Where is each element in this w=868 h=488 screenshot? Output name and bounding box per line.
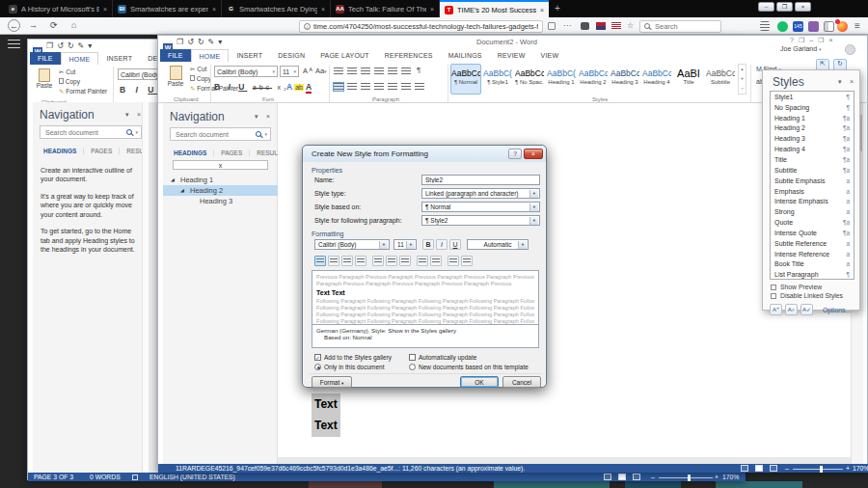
selected-text-block[interactable]: TextText (312, 393, 340, 437)
ribbon-tabs[interactable]: FILEHOMEINSERTDESIGNPAGE LAYOUTREFERENCE… (160, 49, 566, 62)
increase-indent-icon[interactable] (388, 68, 397, 75)
expand-triangle-icon[interactable]: ◢ (180, 185, 184, 196)
decrease-indent-icon[interactable] (448, 256, 459, 266)
gallery-style-heading-4[interactable]: AaBbCcDcHeading 4 (641, 64, 672, 95)
disable-linked-checkbox[interactable] (771, 293, 776, 299)
zoom-slider-thumb[interactable] (820, 466, 823, 473)
ribbon-tab-view[interactable]: VIEW (533, 49, 567, 62)
language-status[interactable]: ENGLISH (UNITED STATES) (149, 474, 235, 480)
font-name-select[interactable]: Calibri (Body)▾ (214, 66, 278, 77)
format-painter-button[interactable]: ✎ Format Painter (59, 88, 107, 95)
style-list-item[interactable]: Emphasisa (771, 186, 854, 197)
bullet-list-icon[interactable] (334, 68, 343, 75)
shading-icon[interactable] (401, 83, 411, 91)
browser-forward-button[interactable]: → (29, 19, 38, 32)
page-action-icon[interactable] (548, 22, 556, 30)
qat-customize-icon[interactable]: ▾ (88, 41, 92, 51)
zoom-slider-track[interactable] (659, 477, 713, 478)
webpage-hamburger-icon[interactable] (8, 40, 20, 48)
style-list-item[interactable]: Intense Emphasisa (771, 196, 854, 206)
site-info-icon[interactable]: i (304, 23, 311, 30)
nav-tab-pages[interactable]: PAGES (84, 148, 120, 154)
styles-list[interactable]: Style1¶No Spacing¶Heading 1¶aHeading 2¶a… (770, 91, 854, 280)
print-layout-button[interactable] (755, 465, 763, 472)
text-effects-buttons[interactable]: A ab A (286, 81, 312, 94)
browser-close-button[interactable]: × (795, 2, 811, 12)
gallery-style-heading-1[interactable]: AaBbC(Heading 1 (546, 64, 577, 95)
numbered-list-icon[interactable] (347, 68, 357, 75)
pocket-icon[interactable] (581, 22, 589, 30)
align-center-icon[interactable] (328, 256, 339, 266)
pilcrow-button[interactable]: ¶ (417, 66, 420, 74)
style-name-input[interactable] (421, 175, 540, 185)
gallery-style-subtitle[interactable]: AaBbCcESubtitle (705, 64, 736, 95)
nav-filter-box[interactable]: x (173, 160, 268, 170)
copy-button[interactable]: Copy (59, 78, 80, 85)
nav-tab-pages[interactable]: PAGES (214, 149, 250, 156)
space-before-icon[interactable] (417, 256, 428, 266)
minimize-icon[interactable]: – (809, 37, 818, 43)
tab-close-icon[interactable]: × (321, 6, 325, 13)
ribbon-tab-insert[interactable]: INSERT (229, 49, 270, 62)
page-count[interactable]: PAGE 3 OF 3 (34, 474, 73, 480)
dialog-help-button[interactable]: ? (508, 149, 522, 159)
read-mode-button[interactable] (604, 474, 611, 480)
align-right-icon[interactable] (361, 83, 370, 91)
format-font-select[interactable]: Calibri (Body)▾ (314, 239, 390, 250)
print-layout-button[interactable] (618, 474, 626, 480)
tab-close-icon[interactable]: × (540, 7, 544, 14)
font-color-select[interactable]: Automatic▾ (467, 239, 529, 250)
web-layout-button[interactable] (633, 474, 640, 480)
read-mode-button[interactable] (741, 465, 748, 472)
flag-extension-icon[interactable] (596, 22, 606, 30)
borders-icon[interactable] (415, 83, 424, 91)
new-documents-radio[interactable] (409, 364, 416, 370)
cut-button[interactable]: ✂ Cut (59, 68, 75, 76)
following-paragraph-select[interactable]: ¶ Style2▾ (421, 215, 540, 226)
ok-button[interactable]: OK (460, 376, 499, 388)
pane-dropdown-icon[interactable]: ▾ (255, 113, 258, 121)
style-list-item[interactable]: Heading 3¶a (771, 133, 854, 144)
ribbon-tab-review[interactable]: REVIEW (490, 49, 533, 62)
quick-access-toolbar[interactable]: W❐↺↻✎▾ (163, 37, 226, 48)
show-preview-checkbox[interactable] (771, 285, 776, 290)
web-layout-button[interactable] (770, 465, 777, 472)
new-tab-button[interactable]: + (555, 3, 560, 14)
zoom-out-button[interactable]: – (651, 474, 655, 480)
zoom-slider-track[interactable] (793, 469, 843, 470)
bookmark-star-icon[interactable]: ☆ (627, 21, 634, 31)
styles-gallery[interactable]: AaBbCcDc¶ NormalAaBbC(¶ Style1AaBbCcDc¶ … (450, 64, 736, 95)
close-icon[interactable]: × (828, 37, 837, 43)
style-list-item[interactable]: No Spacing¶ (771, 102, 854, 113)
search-input[interactable] (653, 21, 711, 32)
decrease-indent-icon[interactable] (374, 68, 384, 75)
ribbon-tab-file[interactable]: FILE (30, 52, 61, 65)
gallery-style--style1[interactable]: AaBbC(¶ Style1 (482, 64, 513, 95)
spacing-15-icon[interactable] (386, 256, 397, 266)
ribbon-tab-references[interactable]: REFERENCES (377, 49, 441, 62)
ribbon-tab-mailings[interactable]: MAILINGS (441, 49, 490, 62)
browser-tab[interactable]: AATech Talk: Failure Of The Appl× (331, 0, 440, 17)
browser-home-button[interactable]: ⌂ (71, 19, 76, 32)
restore-icon[interactable]: ❐ (818, 37, 828, 43)
options-link[interactable]: Options... (823, 307, 851, 313)
format-menu-button[interactable]: Format ▾ (312, 376, 352, 388)
zoom-in-button[interactable]: + (846, 465, 850, 472)
dialog-close-button[interactable]: × (524, 149, 543, 159)
style-list-item[interactable]: Heading 2¶a (771, 123, 854, 134)
save-icon[interactable]: ❐ (46, 41, 53, 51)
pane-close-icon[interactable]: × (266, 113, 270, 120)
style-list-item[interactable]: Style1¶ (771, 92, 854, 102)
browser-minimize-button[interactable]: – (758, 2, 774, 12)
align-right-icon[interactable] (341, 256, 353, 266)
nav-pane-tabs[interactable]: HEADINGSPAGESRESULTS (167, 149, 293, 156)
style-list-item[interactable]: Heading 1¶a (771, 113, 854, 123)
manage-styles-button[interactable]: A✓ (800, 304, 813, 315)
quick-access-toolbar[interactable]: W❐↺↻✎▾ (33, 41, 95, 52)
underline-button[interactable]: U (449, 239, 461, 250)
add-to-gallery-checkbox[interactable]: ✓ (314, 354, 321, 361)
sidebar-toggle-icon[interactable] (824, 21, 834, 32)
window-controls[interactable]: ?❐–❐× (790, 37, 837, 44)
gallery-style--no-spac-[interactable]: AaBbCcDc¶ No Spac... (514, 64, 545, 95)
zoom-percent[interactable]: 170% (853, 465, 868, 472)
